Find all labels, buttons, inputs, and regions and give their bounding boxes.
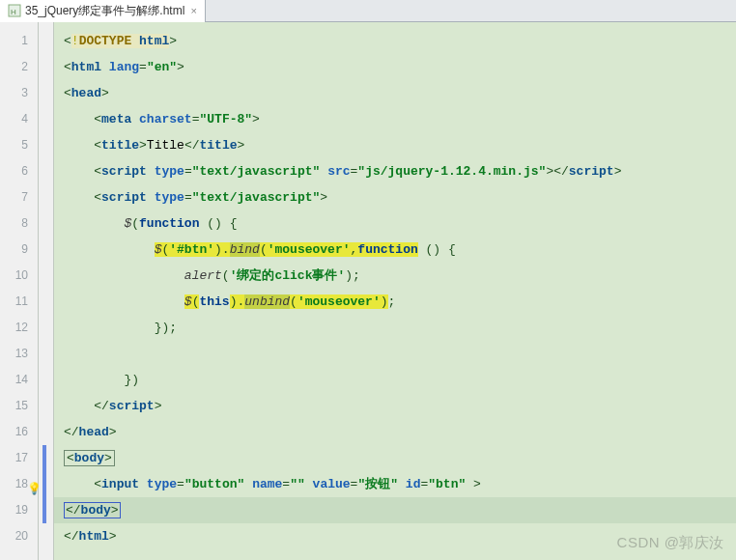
line-number: 11: [0, 289, 38, 315]
code-line[interactable]: $('#btn').bind('mouseover',function () {: [54, 237, 736, 263]
line-number: 14: [0, 367, 38, 393]
code-line[interactable]: </head>: [54, 419, 736, 445]
line-number: 6: [0, 158, 38, 184]
tab-bar: H 35_jQuery绑定事件与解绑.html ×: [0, 0, 736, 22]
code-line[interactable]: <head>: [54, 80, 736, 106]
code-line[interactable]: [54, 341, 736, 367]
file-tab[interactable]: H 35_jQuery绑定事件与解绑.html ×: [0, 0, 206, 22]
line-number: 9: [0, 237, 38, 263]
code-line[interactable]: $(function () {: [54, 210, 736, 237]
code-line[interactable]: <script type="text/javascript" src="js/j…: [54, 158, 736, 184]
html-file-icon: H: [8, 4, 21, 17]
code-line[interactable]: <meta charset="UTF-8">: [54, 106, 736, 132]
lightbulb-icon[interactable]: 💡: [27, 477, 41, 503]
line-number: 4: [0, 106, 38, 132]
code-line[interactable]: </script>: [54, 393, 736, 419]
line-number: 5: [0, 132, 38, 158]
code-line-active[interactable]: </body>: [54, 497, 736, 523]
line-number: 2: [0, 54, 38, 80]
tab-filename: 35_jQuery绑定事件与解绑.html: [25, 3, 184, 19]
line-number: 13: [0, 341, 38, 367]
code-line[interactable]: <!DOCTYPE html>: [54, 28, 736, 54]
line-number: 3: [0, 80, 38, 106]
svg-text:H: H: [11, 8, 16, 16]
code-line[interactable]: <body>: [54, 445, 736, 471]
code-line[interactable]: alert('绑定的click事件');: [54, 263, 736, 289]
code-line[interactable]: <title>Title</title>: [54, 132, 736, 158]
line-number: 8: [0, 210, 38, 237]
change-marker: [42, 445, 46, 523]
line-number: 20: [0, 523, 38, 549]
code-line[interactable]: });: [54, 315, 736, 341]
line-number: 17: [0, 445, 38, 471]
code-area[interactable]: <!DOCTYPE html> <html lang="en"> <head> …: [54, 22, 736, 560]
code-line[interactable]: 💡 <input type="button" name="" value="按钮…: [54, 471, 736, 497]
code-line[interactable]: }): [54, 367, 736, 393]
line-number: 15: [0, 393, 38, 419]
line-number: 16: [0, 419, 38, 445]
line-number: 12: [0, 315, 38, 341]
code-line[interactable]: <script type="text/javascript">: [54, 184, 736, 210]
line-number: 7: [0, 184, 38, 210]
code-line[interactable]: $(this).unbind('mouseover');: [54, 289, 736, 315]
close-icon[interactable]: ×: [190, 5, 196, 16]
line-number: 10: [0, 263, 38, 289]
code-line[interactable]: <html lang="en">: [54, 54, 736, 80]
line-number: 1: [0, 28, 38, 54]
fold-strip: [39, 22, 54, 560]
watermark: CSDN @郭庆汝: [617, 534, 724, 552]
editor: 1 2 3 4 5 6 7 8 9 10 11 12 13 14 15 16 1…: [0, 22, 736, 560]
